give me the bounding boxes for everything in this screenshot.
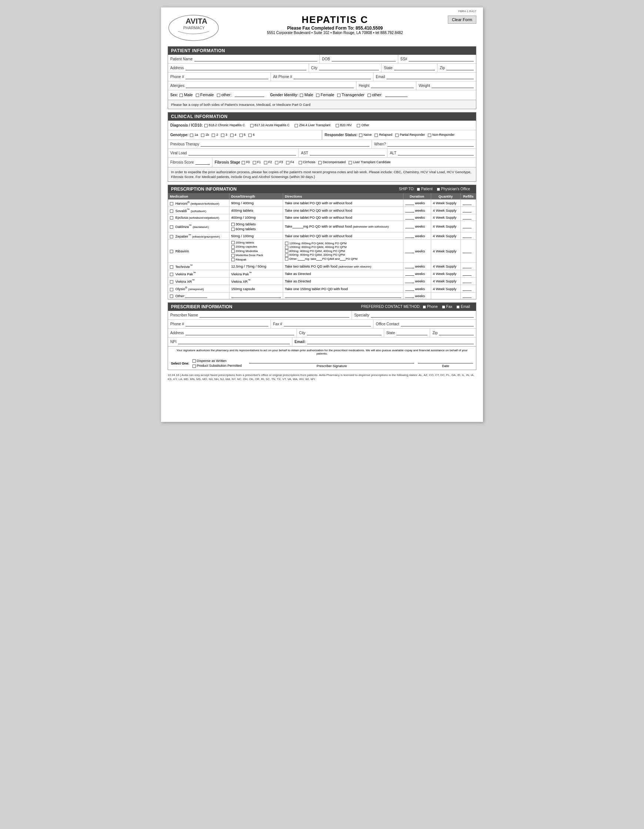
zip-input[interactable] (447, 65, 474, 70)
prescriber-email-input[interactable] (307, 339, 474, 344)
state-input[interactable] (394, 65, 435, 70)
riba-moddp-checkbox[interactable] (231, 254, 235, 257)
prescriber-name-input[interactable] (199, 312, 349, 318)
geno-4-option[interactable]: 4 (230, 133, 237, 137)
fib-f2-checkbox[interactable] (264, 161, 267, 164)
ship-physician-checkbox[interactable] (437, 188, 440, 191)
prescriber-address-input[interactable] (185, 330, 294, 335)
cirrhosis-checkbox[interactable] (299, 161, 302, 164)
contact-fax-checkbox[interactable] (442, 305, 445, 309)
allergies-input[interactable] (186, 83, 354, 88)
riba-600-checkbox[interactable] (285, 254, 288, 257)
ship-physician-option[interactable]: Physician's Office (437, 187, 470, 191)
ship-patient-checkbox[interactable] (417, 188, 420, 191)
diag-other-option[interactable]: Other (357, 123, 369, 127)
sex-other-input[interactable] (235, 93, 264, 97)
clear-form-button[interactable]: Clear Form (448, 16, 476, 24)
diag-b20-checkbox[interactable] (336, 124, 339, 127)
ss-input[interactable] (409, 56, 474, 61)
dispense-as-written-checkbox[interactable] (193, 359, 196, 363)
gi-transgender-checkbox[interactable] (337, 94, 341, 97)
diag-b182-checkbox[interactable] (204, 124, 208, 127)
diag-b182-option[interactable]: B18.2 Chronic Hepatitis C (204, 123, 245, 127)
geno-4-checkbox[interactable] (230, 134, 234, 137)
email-input[interactable] (387, 74, 474, 79)
contact-email-checkbox[interactable] (456, 305, 460, 309)
fib-f4-checkbox[interactable] (286, 161, 289, 164)
riba-1200-checkbox[interactable] (285, 242, 288, 245)
decompensated-checkbox[interactable] (318, 161, 322, 164)
resp-nonresp-checkbox[interactable] (428, 134, 431, 137)
resp-relapsed-option[interactable]: Relapsed (374, 133, 392, 137)
technivie-checkbox[interactable] (170, 265, 173, 269)
resp-naive-option[interactable]: Naïve (359, 133, 372, 137)
geno-5-option[interactable]: 5 (240, 133, 246, 137)
diag-other-checkbox[interactable] (357, 124, 360, 127)
cirrhosis-option[interactable]: Cirrhosis (299, 160, 316, 164)
prescriber-phone-input[interactable] (185, 321, 268, 326)
viral-load-input[interactable] (188, 150, 296, 156)
fib-f1-checkbox[interactable] (253, 161, 256, 164)
prev-therapy-input[interactable] (200, 141, 369, 147)
fib-f0-checkbox[interactable] (242, 161, 245, 164)
geno-1a-checkbox[interactable] (190, 134, 193, 137)
fib-f4-option[interactable]: F4 (286, 160, 294, 164)
resp-nonresp-option[interactable]: Non-Responder (428, 133, 455, 137)
diag-z944-checkbox[interactable] (295, 124, 298, 127)
contact-phone-checkbox[interactable] (423, 305, 426, 309)
date-line[interactable] (418, 358, 473, 363)
epclusa-checkbox[interactable] (170, 216, 173, 219)
viekira-pak-checkbox[interactable] (170, 273, 173, 276)
fib-f3-checkbox[interactable] (275, 161, 278, 164)
olysio-checkbox[interactable] (170, 288, 173, 291)
geno-6-option[interactable]: 6 (248, 133, 255, 137)
riba-200cap-checkbox[interactable] (231, 245, 235, 249)
riba-200mod-checkbox[interactable] (231, 249, 235, 253)
sex-female-checkbox[interactable] (196, 94, 199, 97)
resp-partial-checkbox[interactable] (395, 134, 399, 137)
resp-naive-checkbox[interactable] (359, 134, 362, 137)
gi-transgender-option[interactable]: Transgender (337, 93, 365, 97)
riba-1000-checkbox[interactable] (285, 246, 288, 249)
diag-b1710-checkbox[interactable] (250, 124, 254, 127)
sex-other-checkbox[interactable] (217, 94, 220, 97)
height-input[interactable] (371, 83, 414, 88)
riba-800-checkbox[interactable] (285, 249, 288, 253)
prescriber-state-input[interactable] (396, 330, 428, 335)
geno-2-checkbox[interactable] (212, 134, 215, 137)
gi-other-option[interactable]: other: (368, 93, 382, 97)
geno-6-checkbox[interactable] (248, 134, 252, 137)
fib-f0-option[interactable]: F0 (242, 160, 250, 164)
geno-1a-option[interactable]: 1a (190, 133, 197, 137)
weight-input[interactable] (432, 83, 474, 88)
ship-patient-option[interactable]: Patient (417, 187, 432, 191)
geno-3-option[interactable]: 3 (221, 133, 227, 137)
other-checkbox[interactable] (170, 295, 173, 298)
riba-other-checkbox[interactable] (285, 257, 288, 260)
gi-male-checkbox[interactable] (300, 94, 303, 97)
sex-male-checkbox[interactable] (180, 94, 183, 97)
daklinza-60mg-checkbox[interactable] (231, 228, 235, 231)
sovaldi-checkbox[interactable] (170, 210, 173, 213)
gi-other-checkbox[interactable] (368, 94, 371, 97)
geno-3-checkbox[interactable] (221, 134, 224, 137)
prescriber-city-input[interactable] (307, 330, 382, 335)
sex-other-option[interactable]: other: (217, 93, 232, 97)
riba-200tab-checkbox[interactable] (231, 241, 235, 244)
alt-phone-input[interactable] (294, 74, 371, 79)
liver-transplant-checkbox[interactable] (349, 161, 352, 164)
gi-female-checkbox[interactable] (316, 94, 319, 97)
fibrosis-score-input[interactable] (196, 159, 210, 165)
dispense-as-written-option[interactable]: Dispense as Written (193, 359, 242, 363)
resp-relapsed-checkbox[interactable] (374, 134, 378, 137)
office-contact-input[interactable] (401, 321, 474, 326)
contact-phone-option[interactable]: Phone (423, 304, 438, 309)
prescriber-zip-input[interactable] (439, 330, 474, 335)
decompensated-option[interactable]: Decompensated (318, 160, 346, 164)
diag-z944-option[interactable]: Z94.4 Liver Transplant (295, 123, 330, 127)
viekira-xr-checkbox[interactable] (170, 280, 173, 284)
resp-partial-option[interactable]: Partial Responder (395, 133, 425, 137)
specialty-input[interactable] (371, 312, 474, 318)
ast-input[interactable] (310, 150, 385, 156)
daklinza-30mg-checkbox[interactable] (231, 223, 235, 226)
